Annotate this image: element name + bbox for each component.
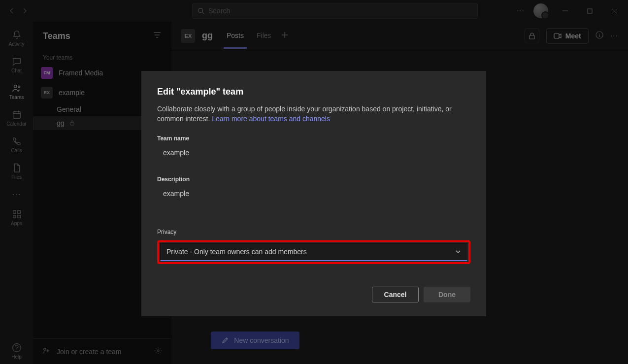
cancel-button[interactable]: Cancel (372, 287, 419, 302)
done-button: Done (424, 287, 470, 302)
team-name-input[interactable] (157, 146, 470, 164)
privacy-highlight: Private - Only team owners can add membe… (157, 240, 470, 264)
team-name-label: Team name (157, 135, 470, 142)
privacy-label: Privacy (157, 229, 470, 235)
description-label: Description (157, 176, 470, 183)
privacy-value: Private - Only team owners can add membe… (166, 248, 307, 256)
chevron-down-icon (455, 249, 461, 255)
privacy-select[interactable]: Private - Only team owners can add membe… (160, 243, 467, 261)
modal-subtitle: Collaborate closely with a group of peop… (157, 104, 470, 124)
edit-team-modal: Edit "example" team Collaborate closely … (141, 71, 486, 316)
modal-title: Edit "example" team (157, 87, 470, 97)
description-input[interactable] (157, 187, 470, 205)
learn-more-link[interactable]: Learn more about teams and channels (212, 115, 330, 123)
